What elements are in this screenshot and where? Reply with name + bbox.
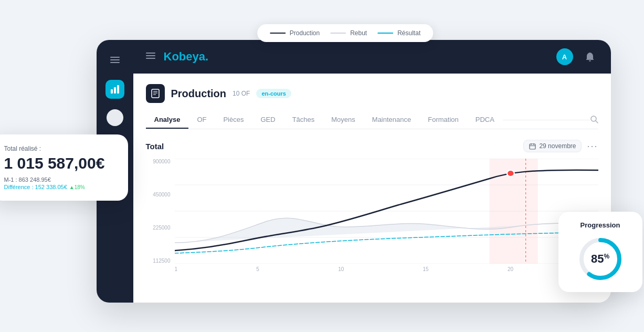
y-label-4: 112500 [153,258,170,264]
legend-label-rebut: Rebut [350,29,367,37]
scene: Production Rebut Résultat [34,19,611,313]
card-total-diff-pct: ▲18% [69,184,85,190]
nav-tabs: Analyse OF Pièces GED Tâches Moyens Main… [146,111,598,129]
logo-dot: . [205,50,208,63]
user-avatar[interactable]: A [556,48,573,65]
svg-point-26 [506,170,514,177]
sidebar-item-analytics[interactable] [105,80,124,99]
card-total: Total réalisé : 1 015 587,00€ M-1 : 863 … [0,134,128,201]
tab-taches[interactable]: Tâches [284,111,323,129]
chart-more-button[interactable]: ··· [587,141,598,152]
dashboard-card: Kobeya. A [97,40,611,303]
tab-formation[interactable]: Formation [419,111,467,129]
tab-maintenance[interactable]: Maintenance [364,111,419,129]
svg-rect-4 [114,87,116,94]
tab-of[interactable]: OF [188,111,215,129]
sidebar-item-home[interactable] [105,50,124,69]
chart-header: Total 29 novembre ··· [146,140,598,152]
legend-label-production: Production [290,29,320,37]
logo-text: Kobeya [164,50,205,63]
legend-line-resultat [377,33,393,34]
legend-line-production [270,33,286,34]
svg-rect-9 [152,89,159,98]
progress-ring: 85% [577,235,624,283]
page-header: Production 10 OF en-cours [146,84,598,103]
x-label-3: 10 [338,266,344,272]
chart-section: Total 29 novembre ··· [146,140,598,274]
notification-bell[interactable] [582,48,598,65]
chart-x-labels: 1 5 10 15 20 25 [175,264,598,274]
svg-rect-5 [117,85,119,94]
card-progression: Progression 85% [558,212,642,292]
status-badge: en-cours [256,89,291,98]
x-label-5: 20 [508,266,513,272]
card-total-diff: Différence : 152 338.05€ ▲18% [4,184,115,190]
tab-moyens[interactable]: Moyens [323,111,364,129]
y-label-2: 450000 [153,192,170,198]
sidebar-item-tasks[interactable] [107,109,123,126]
search-button[interactable] [590,115,598,126]
svg-line-14 [596,121,598,123]
chart-date-label: 29 novembre [539,142,576,150]
card-progression-title: Progression [568,221,633,229]
app-logo: Kobeya. [164,50,209,64]
progress-value: 85% [591,252,609,266]
tab-ged[interactable]: GED [252,111,283,129]
card-total-prev: M-1 : 863 248.95€ [4,177,115,183]
tab-pieces[interactable]: Pièces [215,111,252,129]
chart-y-labels: 900000 450000 225000 112500 [146,159,175,264]
x-label-4: 15 [423,266,429,272]
menu-icon[interactable] [146,52,155,61]
legend-line-rebut [330,33,346,34]
legend-item-resultat: Résultat [377,29,420,37]
tab-analyse[interactable]: Analyse [146,111,189,129]
chart-area [175,159,598,264]
y-label-1: 900000 [153,159,170,164]
page-subtitle: 10 OF [233,90,250,97]
svg-rect-3 [111,89,113,94]
chart-date[interactable]: 29 novembre [523,140,582,152]
legend-label-resultat: Résultat [397,29,420,37]
chart-container: 900000 450000 225000 112500 [146,159,598,274]
card-total-value: 1 015 587,00€ [4,154,115,172]
chart-title: Total [146,142,164,151]
x-label-1: 1 [175,266,178,272]
page-icon [146,84,165,103]
page-title: Production [171,88,227,100]
y-label-3: 225000 [153,225,170,231]
x-label-2: 5 [256,266,259,272]
legend-card: Production Rebut Résultat [257,24,433,42]
legend-item-rebut: Rebut [330,29,367,37]
main-content: Production 10 OF en-cours Analyse OF Piè… [133,74,611,303]
tab-pdca[interactable]: PDCA [467,111,503,129]
header: Kobeya. A [133,40,611,74]
legend-item-production: Production [270,29,320,37]
svg-rect-15 [530,144,535,149]
card-total-label: Total réalisé : [4,145,115,152]
card-total-diff-label: Différence : 152 338.05€ [4,184,67,190]
